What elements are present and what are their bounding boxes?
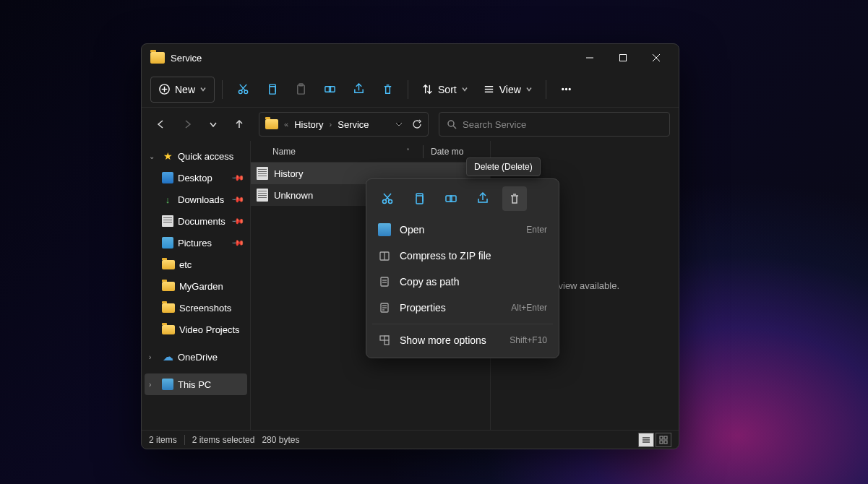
status-bar: 2 items 2 items selected 280 bytes: [142, 430, 679, 449]
status-items: 2 items: [149, 435, 177, 445]
thumbnails-view-button[interactable]: [656, 433, 671, 447]
up-button[interactable]: [228, 113, 250, 135]
svg-rect-14: [325, 87, 330, 92]
copy-path-icon: [378, 276, 391, 288]
folder-icon: [162, 303, 175, 313]
address-bar[interactable]: « History › Service: [259, 112, 429, 137]
pin-icon: 📌: [231, 192, 244, 206]
details-view-button[interactable]: [638, 433, 654, 447]
svg-point-21: [562, 89, 564, 90]
breadcrumb-prefix: «: [284, 120, 288, 129]
column-header[interactable]: Name˄ Date mo: [251, 141, 490, 163]
svg-rect-1: [620, 55, 627, 61]
svg-rect-40: [450, 196, 456, 202]
file-icon: [257, 167, 268, 180]
svg-rect-50: [380, 336, 384, 340]
open-icon: [378, 223, 391, 236]
sidebar-item-onedrive[interactable]: ›OneDrive: [145, 346, 247, 368]
pin-icon: 📌: [231, 170, 244, 184]
context-menu-iconrow: [371, 183, 554, 217]
forward-button[interactable]: [176, 113, 198, 135]
delete-button[interactable]: [374, 77, 400, 103]
sidebar-item-downloads[interactable]: ·Downloads📌: [145, 189, 247, 210]
chevron-right-icon: ›: [330, 120, 332, 129]
minimize-button[interactable]: [573, 46, 606, 69]
properties-icon: [378, 302, 391, 314]
close-button[interactable]: [640, 46, 673, 69]
view-label: View: [499, 84, 521, 95]
svg-rect-38: [416, 196, 423, 204]
cut-button[interactable]: [230, 77, 256, 103]
column-date[interactable]: Date mo: [431, 147, 463, 157]
cm-show-more-options[interactable]: Show more options Shift+F10: [371, 327, 554, 353]
sidebar: ⌄Quick access ·Desktop📌 ·Downloads📌 ·Doc…: [142, 141, 250, 430]
pc-icon: [162, 379, 173, 390]
paste-button[interactable]: [288, 77, 314, 103]
maximize-button[interactable]: [606, 46, 640, 69]
cm-cut-button[interactable]: [375, 186, 400, 211]
sidebar-item-desktop[interactable]: ·Desktop📌: [145, 167, 247, 189]
rename-button[interactable]: [317, 77, 343, 103]
cm-properties[interactable]: Properties Alt+Enter: [371, 295, 554, 321]
back-button[interactable]: [150, 113, 172, 135]
view-toggle: [638, 433, 671, 447]
svg-point-22: [566, 89, 567, 90]
desktop-icon: [162, 172, 173, 183]
context-menu: Open Enter Compress to ZIP file Copy as …: [366, 178, 559, 358]
svg-rect-32: [660, 441, 663, 444]
folder-icon: [162, 282, 175, 291]
cm-delete-button[interactable]: [502, 186, 527, 211]
breadcrumb-seg-service[interactable]: Service: [338, 119, 369, 130]
preview-empty-text: review available.: [550, 280, 619, 291]
svg-point-23: [570, 89, 571, 90]
svg-rect-43: [381, 277, 388, 286]
refresh-icon[interactable]: [412, 119, 422, 129]
svg-point-25: [448, 121, 454, 126]
pin-icon: 📌: [231, 214, 244, 228]
svg-rect-15: [329, 87, 335, 92]
toolbar: New Sort View: [142, 72, 679, 108]
sidebar-item-documents[interactable]: ·Documents📌: [145, 210, 247, 232]
zip-icon: [378, 250, 391, 262]
svg-rect-33: [664, 441, 667, 444]
view-button[interactable]: View: [477, 77, 538, 103]
cm-share-button[interactable]: [470, 186, 495, 211]
status-size: 280 bytes: [262, 435, 299, 445]
sort-indicator-icon: ˄: [406, 147, 410, 155]
sidebar-item-pictures[interactable]: ·Pictures📌: [145, 232, 247, 254]
recent-button[interactable]: [202, 113, 224, 135]
cm-rename-button[interactable]: [439, 186, 463, 211]
svg-rect-30: [660, 436, 663, 439]
search-input[interactable]: Search Service: [439, 112, 670, 137]
new-label: New: [175, 84, 195, 95]
sidebar-item-quick-access[interactable]: ⌄Quick access: [145, 145, 247, 167]
new-button[interactable]: New: [150, 77, 215, 103]
titlebar[interactable]: Service: [142, 44, 679, 72]
breadcrumb-seg-history[interactable]: History: [294, 119, 323, 130]
delete-tooltip: Delete (Delete): [466, 157, 541, 176]
window-title: Service: [171, 53, 202, 64]
star-icon: [162, 150, 173, 162]
folder-icon: [265, 119, 278, 129]
cm-copy-as-path[interactable]: Copy as path: [371, 269, 554, 295]
download-icon: [162, 194, 173, 205]
more-button[interactable]: [554, 77, 580, 103]
copy-button[interactable]: [259, 77, 285, 103]
pin-icon: 📌: [231, 235, 244, 249]
column-name[interactable]: Name: [272, 147, 296, 157]
svg-rect-11: [269, 87, 275, 94]
cm-copy-button[interactable]: [407, 186, 431, 211]
svg-rect-51: [384, 340, 389, 345]
svg-rect-31: [664, 436, 667, 439]
sidebar-item-screenshots[interactable]: ·Screenshots: [145, 297, 247, 319]
sidebar-item-videoprojects[interactable]: ·Video Projects: [145, 319, 247, 340]
chevron-down-icon[interactable]: [395, 120, 403, 129]
sidebar-item-mygarden[interactable]: ·MyGarden: [145, 275, 247, 297]
cm-compress-zip[interactable]: Compress to ZIP file: [371, 243, 554, 269]
sort-button[interactable]: Sort: [416, 77, 474, 103]
cm-open[interactable]: Open Enter: [371, 217, 554, 243]
search-icon: [447, 119, 457, 129]
sidebar-item-thispc[interactable]: ›This PC: [145, 373, 247, 395]
sidebar-item-etc[interactable]: ·etc: [145, 254, 247, 275]
share-button[interactable]: [345, 77, 371, 103]
